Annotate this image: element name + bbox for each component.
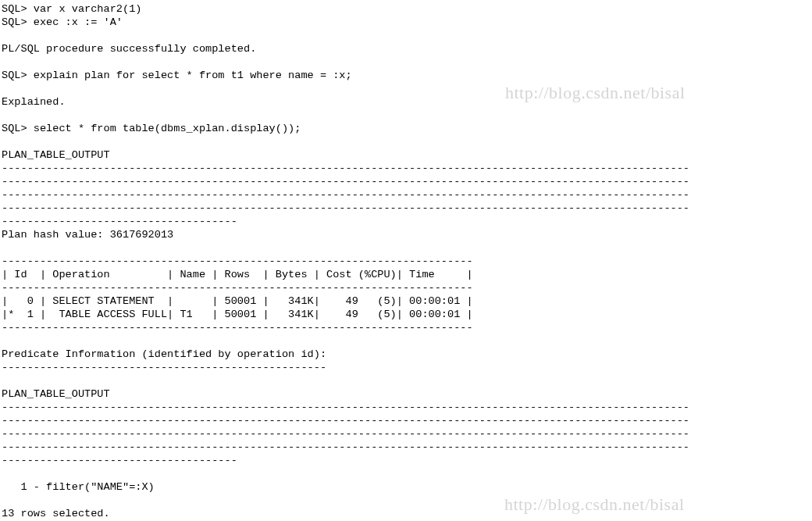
line: ----------------------------------------… <box>2 176 689 187</box>
line: 13 rows selected. <box>2 508 110 519</box>
line: ----------------------------------------… <box>2 441 689 453</box>
line: PLAN_TABLE_OUTPUT <box>2 149 110 161</box>
line: SQL> explain plan for select * from t1 w… <box>2 70 352 81</box>
sql-terminal-output: SQL> var x varchar2(1) SQL> exec :x := '… <box>0 0 812 520</box>
line: Plan hash value: 3617692013 <box>2 229 173 241</box>
line: ----------------------------------------… <box>2 362 326 373</box>
line: ------------------------------------- <box>2 216 237 227</box>
line: SQL> var x varchar2(1) <box>2 3 141 15</box>
line: Predicate Information (identified by ope… <box>2 348 326 360</box>
line: ----------------------------------------… <box>2 428 689 440</box>
line: | Id | Operation | Name | Rows | Bytes |… <box>2 269 473 280</box>
line: 1 - filter("NAME"=:X) <box>2 481 155 493</box>
line: SQL> exec :x := 'A' <box>2 16 123 28</box>
line: ----------------------------------------… <box>2 162 689 174</box>
line: ----------------------------------------… <box>2 255 473 267</box>
line: ----------------------------------------… <box>2 189 689 201</box>
line: ----------------------------------------… <box>2 282 473 294</box>
line: ----------------------------------------… <box>2 415 689 426</box>
line: ----------------------------------------… <box>2 322 473 334</box>
line: ----------------------------------------… <box>2 401 689 413</box>
line: SQL> select * from table(dbms_xplan.disp… <box>2 123 301 134</box>
line: Explained. <box>2 96 66 108</box>
line: PL/SQL procedure successfully completed. <box>2 43 256 55</box>
line: PLAN_TABLE_OUTPUT <box>2 388 110 400</box>
line: |* 1 | TABLE ACCESS FULL| T1 | 50001 | 3… <box>2 309 473 320</box>
line: ------------------------------------- <box>2 455 237 466</box>
line: | 0 | SELECT STATEMENT | | 50001 | 341K|… <box>2 295 473 307</box>
line: ----------------------------------------… <box>2 202 689 214</box>
